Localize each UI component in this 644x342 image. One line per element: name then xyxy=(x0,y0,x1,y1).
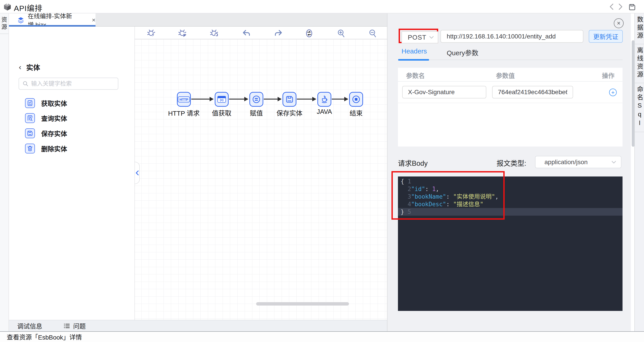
divider xyxy=(0,34,8,34)
value-get-icon: (x) xyxy=(218,96,226,103)
canvas-grid[interactable] xyxy=(135,39,387,320)
stop-icon xyxy=(352,95,360,104)
edge-arrow xyxy=(229,99,248,100)
method-select[interactable]: POST xyxy=(402,31,438,44)
floppy-disk-icon xyxy=(25,128,35,138)
node-end[interactable] xyxy=(349,92,363,107)
document-check-icon xyxy=(25,98,35,108)
chevron-down-icon xyxy=(612,161,616,164)
edge-arrow xyxy=(332,99,348,100)
tab-close-icon[interactable]: × xyxy=(92,17,96,23)
app-window: API编排 资源 在线编排-实体新增. xyxy=(0,0,644,342)
node-save-entity[interactable] xyxy=(282,92,296,107)
document-search-icon xyxy=(25,113,35,123)
entity-panel-title: 实体 xyxy=(26,62,40,72)
tab-active-indicator xyxy=(398,59,429,60)
column-header-action: 操作 xyxy=(602,71,614,80)
entity-sidebar-panel: ‹ 实体 获取实体 查询实体 保存实体 xyxy=(9,26,135,320)
content-type-value: application/json xyxy=(544,158,612,166)
node-value-get[interactable]: (x) xyxy=(215,92,228,107)
http-request-config-panel: × POST 更新凭证 Headers Query参数 参数名 参数值 操作 xyxy=(387,14,631,331)
redo-icon[interactable] xyxy=(273,28,283,38)
search-input[interactable] xyxy=(31,80,114,87)
sidebar-item-delete-entity[interactable]: 删除实体 xyxy=(25,142,106,155)
tab-active-file[interactable]: 在线编排-实体新增.bizx × xyxy=(9,14,96,26)
nav-forward-button[interactable] xyxy=(616,2,624,11)
request-body-label: 请求Body xyxy=(398,158,428,168)
canvas-toolbar xyxy=(135,26,387,39)
sidebar-item-label: 查询实体 xyxy=(41,114,67,123)
debug-info-tab[interactable]: 调试信息 xyxy=(17,322,42,330)
debug-run-icon[interactable] xyxy=(146,28,156,38)
chevron-down-icon xyxy=(429,36,434,39)
status-bar: 查看资源「EsbBook」详情 xyxy=(0,331,644,342)
add-param-icon[interactable]: + xyxy=(609,88,617,96)
entity-panel-header[interactable]: ‹ 实体 xyxy=(19,62,40,72)
content-type-label: 报文类型: xyxy=(496,158,526,168)
node-java[interactable] xyxy=(318,92,331,107)
trash-icon xyxy=(25,144,35,154)
node-label: 结束 xyxy=(332,108,381,118)
annotation-box-method: POST xyxy=(398,29,438,43)
close-icon[interactable]: × xyxy=(614,18,624,28)
tab-query-params[interactable]: Query参数 xyxy=(447,48,478,57)
annotation-box-body xyxy=(392,171,505,220)
sidebar-item-get-entity[interactable]: 获取实体 xyxy=(25,97,106,110)
save-icon[interactable] xyxy=(628,3,636,12)
sidebar-item-label: 删除实体 xyxy=(41,144,67,153)
content-type-select[interactable]: application/json xyxy=(535,156,622,168)
zoom-in-icon[interactable] xyxy=(336,28,346,38)
url-input[interactable] xyxy=(440,30,584,43)
sidebar-item-label: 获取实体 xyxy=(41,98,67,108)
floppy-disk-icon xyxy=(285,95,294,104)
back-chevron-icon[interactable]: ‹ xyxy=(19,63,21,71)
assign-icon xyxy=(252,95,261,104)
edge-arrow xyxy=(191,99,213,100)
top-bar: API编排 xyxy=(0,0,644,14)
nav-back-button[interactable] xyxy=(608,2,616,11)
node-assign[interactable] xyxy=(250,92,263,107)
strip-item-offline-resource[interactable]: 离线资源 xyxy=(635,44,644,83)
panel-collapse-handle[interactable] xyxy=(135,162,140,184)
right-tool-strip: 数据源 离线资源 命名Sql xyxy=(634,14,644,331)
headers-table: 参数名 参数值 操作 + xyxy=(398,68,622,146)
undo-icon[interactable] xyxy=(242,28,252,38)
param-value-input[interactable] xyxy=(492,86,573,98)
strip-item-datasource[interactable]: 数据源 xyxy=(635,14,644,44)
column-header-value: 参数值 xyxy=(496,71,515,80)
editor-tab-bar: 在线编排-实体新增.bizx × xyxy=(9,14,387,26)
issues-tab[interactable]: 问题 xyxy=(64,322,86,330)
tab-active-underline xyxy=(9,25,96,26)
param-name-input[interactable] xyxy=(402,86,486,98)
list-icon xyxy=(64,323,70,328)
sidebar-item-label: 保存实体 xyxy=(41,128,67,138)
update-credential-button[interactable]: 更新凭证 xyxy=(589,30,623,43)
debug-step-icon[interactable] xyxy=(178,28,187,38)
http-icon: HTTP xyxy=(178,96,190,102)
column-header-name: 参数名 xyxy=(406,71,425,80)
edge-arrow xyxy=(264,99,281,100)
search-icon xyxy=(22,81,28,86)
layers-icon xyxy=(18,17,24,24)
swap-icon[interactable] xyxy=(304,28,314,38)
bottom-panel-bar: 调试信息 问题 xyxy=(9,320,387,331)
strip-item-named-sql[interactable]: 命名Sql xyxy=(635,83,644,132)
flow-canvas: HTTP (x) xyxy=(135,26,387,320)
tab-track xyxy=(398,60,622,60)
status-text[interactable]: 查看资源「EsbBook」详情 xyxy=(7,332,82,341)
entity-search-box[interactable] xyxy=(18,78,118,90)
app-logo-icon xyxy=(3,2,12,11)
tab-headers[interactable]: Headers xyxy=(402,48,427,55)
resource-strip-tab[interactable]: 资源 xyxy=(0,14,8,30)
node-http-request[interactable]: HTTP xyxy=(177,92,191,107)
sidebar-item-save-entity[interactable]: 保存实体 xyxy=(25,127,106,140)
table-header-row: 参数名 参数值 操作 xyxy=(398,68,622,82)
left-resource-strip: 资源 xyxy=(0,14,9,331)
zoom-out-icon[interactable] xyxy=(368,28,378,38)
table-row: + xyxy=(398,82,622,103)
java-icon xyxy=(320,95,328,104)
sidebar-item-query-entity[interactable]: 查询实体 xyxy=(25,112,106,124)
debug-restart-icon[interactable] xyxy=(209,28,219,38)
horizontal-scrollbar[interactable] xyxy=(256,302,349,306)
issues-label: 问题 xyxy=(73,322,86,330)
